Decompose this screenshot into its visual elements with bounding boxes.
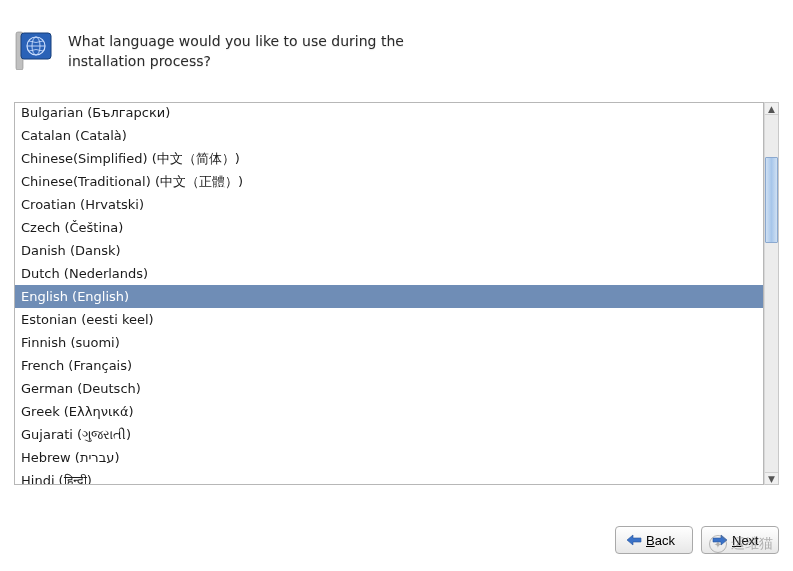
language-item[interactable]: French (Français)	[15, 354, 763, 377]
back-button-label: Back	[646, 533, 675, 548]
language-globe-icon	[14, 30, 54, 70]
next-button[interactable]: Next	[701, 526, 779, 554]
language-item[interactable]: Bulgarian (Български)	[15, 103, 763, 124]
language-item[interactable]: Gujarati (ગુજરાતી)	[15, 423, 763, 446]
language-item[interactable]: English (English)	[15, 285, 763, 308]
scrollbar-thumb[interactable]	[765, 157, 778, 243]
scroll-up-arrow-icon[interactable]: ▲	[765, 103, 778, 115]
scroll-down-arrow-icon[interactable]: ▼	[765, 472, 778, 484]
language-item[interactable]: Estonian (eesti keel)	[15, 308, 763, 331]
language-list-container: Bulgarian (Български)Catalan (Català)Chi…	[14, 102, 779, 485]
language-item[interactable]: Greek (Ελληνικά)	[15, 400, 763, 423]
back-button[interactable]: Back	[615, 526, 693, 554]
header: What language would you like to use duri…	[0, 0, 793, 83]
language-item[interactable]: Dutch (Nederlands)	[15, 262, 763, 285]
language-item[interactable]: German (Deutsch)	[15, 377, 763, 400]
language-item[interactable]: Danish (Dansk)	[15, 239, 763, 262]
language-item[interactable]: Chinese(Traditional) (中文（正體）)	[15, 170, 763, 193]
next-button-label: Next	[732, 533, 759, 548]
header-prompt: What language would you like to use duri…	[68, 30, 448, 71]
scrollbar-track[interactable]	[765, 115, 778, 472]
language-item[interactable]: Finnish (suomi)	[15, 331, 763, 354]
language-item[interactable]: Chinese(Simplified) (中文（简体）)	[15, 147, 763, 170]
language-item[interactable]: Catalan (Català)	[15, 124, 763, 147]
arrow-right-icon	[712, 534, 728, 546]
footer: Back Next	[0, 509, 793, 571]
language-listbox[interactable]: Bulgarian (Български)Catalan (Català)Chi…	[14, 102, 764, 485]
language-item[interactable]: Hebrew (עברית)	[15, 446, 763, 469]
vertical-scrollbar[interactable]: ▲ ▼	[764, 102, 779, 485]
arrow-left-icon	[626, 534, 642, 546]
language-item[interactable]: Czech (Čeština)	[15, 216, 763, 239]
language-item[interactable]: Hindi (हिन्दी)	[15, 469, 763, 484]
language-item[interactable]: Croatian (Hrvatski)	[15, 193, 763, 216]
